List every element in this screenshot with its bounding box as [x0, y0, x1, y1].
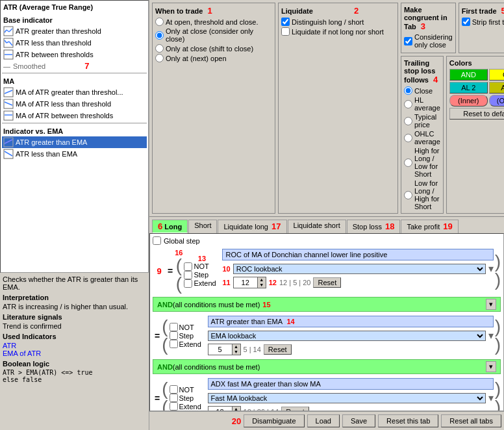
radio-next-open[interactable]: Only at (next) open [155, 54, 272, 62]
step-checkbox-2-input[interactable] [170, 331, 178, 340]
indicator-link-atr[interactable]: ATR [3, 342, 146, 349]
not-checkbox-2-input[interactable] [170, 323, 178, 331]
radio-only-close-shift-input[interactable] [155, 44, 164, 53]
value-spinner-2[interactable]: ▲ ▼ [208, 344, 241, 355]
main-content[interactable]: Global step 9 = 16 ( ( [149, 233, 504, 411]
annotation-20: 20 [232, 416, 241, 426]
not-checkbox[interactable]: NOT [184, 262, 220, 271]
tab-stop-loss[interactable]: Stop loss 18 [347, 220, 401, 233]
smoothed-item[interactable]: — Smoothed 7 [2, 60, 147, 71]
tab-liquidate-short[interactable]: Liquidate short [288, 220, 346, 233]
tab-take-profit-label: Take profit [407, 223, 440, 231]
extend-checkbox-3-input[interactable] [170, 402, 178, 411]
al2-color-btn[interactable]: AL 2 [449, 82, 488, 94]
list-item[interactable]: MA of ATR less than threshold [2, 98, 147, 110]
step-checkbox[interactable]: Step [184, 271, 220, 279]
info-panel: Checks whether the ATR is greater than i… [0, 273, 149, 430]
and-color-btn[interactable]: AND [449, 69, 488, 81]
extend-checkbox-2-input[interactable] [170, 340, 178, 348]
radio-open-threshold[interactable]: At open, threshold and close. [155, 18, 272, 26]
value-row-3: ▲ ▼ 12 | 26 | 14 Reset [208, 406, 494, 411]
extend-checkbox-3[interactable]: Extend [170, 402, 205, 411]
al3-color-btn[interactable]: AL 3 [489, 82, 504, 94]
radio-only-close-shift[interactable]: Only at close (shift to close) [155, 44, 272, 53]
global-step-checkbox[interactable] [153, 236, 161, 245]
step-checkbox-3-input[interactable] [170, 394, 178, 402]
extend-checkbox-2[interactable]: Extend [170, 340, 205, 348]
step-checkbox-2[interactable]: Step [170, 331, 205, 340]
step-checkbox-input[interactable] [184, 271, 192, 279]
reset-btn-2[interactable]: Reset [264, 344, 292, 355]
load-btn[interactable]: Load [307, 414, 340, 427]
reset-default-btn[interactable]: Reset to default [449, 108, 504, 120]
spin-down-2[interactable]: ▼ [232, 349, 240, 355]
trailing-low-long[interactable]: Low for Long / High for Short [404, 179, 440, 210]
list-item[interactable]: ATR greater than threshold [2, 25, 147, 37]
inner-color-btn[interactable]: (Inner) [449, 95, 488, 107]
strip-first-trade-checkbox[interactable]: Strip first trade [462, 18, 504, 26]
value-input-3[interactable] [208, 408, 232, 411]
and-dropdown-btn-2[interactable]: ▾ [486, 361, 496, 372]
and-bar-dropdown[interactable]: ▾ [486, 299, 496, 310]
list-item-selected[interactable]: ATR greater than EMA [2, 136, 147, 148]
radio-open-threshold-input[interactable] [155, 18, 164, 26]
list-item[interactable]: MA of ATR greater than threshol... [2, 86, 147, 98]
lookback-select-1[interactable]: ROC lookback [233, 264, 486, 274]
trailing-hl[interactable]: HL average [404, 96, 440, 112]
and-bar-2-dropdown[interactable]: ▾ [486, 361, 496, 372]
indicator-link-ema[interactable]: EMA of ATR [3, 349, 146, 357]
list-item[interactable]: MA of ATR between thresholds [2, 110, 147, 121]
save-btn[interactable]: Save [342, 414, 375, 427]
not-checkbox-input[interactable] [184, 262, 192, 271]
lookback-select-2[interactable]: EMA lookback [208, 331, 486, 341]
distinguish-checkbox-input[interactable] [281, 18, 290, 26]
trailing-ohlc[interactable]: OHLC average [404, 130, 440, 145]
spin-up-1[interactable]: ▲ [257, 277, 266, 283]
tab-short[interactable]: Short [188, 220, 217, 233]
extend-checkbox-input[interactable] [184, 279, 192, 288]
spin-up-3[interactable]: ▲ [232, 407, 240, 411]
or-color-btn[interactable]: OR [489, 69, 504, 81]
value-spinner-1[interactable]: ▲ ▼ [233, 277, 266, 288]
spin-up-2[interactable]: ▲ [232, 344, 240, 349]
radio-only-close-consider[interactable]: Only at close (consider only close) [155, 27, 272, 43]
reset-all-tabs-btn[interactable]: Reset all tabs [441, 414, 501, 427]
step-checkbox-3[interactable]: Step [170, 394, 205, 402]
considering-only-close-checkbox[interactable]: Considering only close [404, 33, 453, 49]
tab-liquidate-long[interactable]: Liquidate long 17 [218, 220, 286, 233]
interpretation-text: ATR is increasing / is higher than usual… [3, 303, 146, 310]
not-checkbox-3[interactable]: NOT [170, 385, 205, 394]
trailing-close[interactable]: Close [404, 86, 440, 95]
outer-color-btn[interactable]: (Outer) [489, 95, 504, 107]
tab-long[interactable]: 6 Long [152, 220, 188, 233]
value-input-1[interactable] [234, 279, 257, 286]
disambiguate-btn[interactable]: Disambiguate [244, 414, 304, 427]
not-checkbox-2[interactable]: NOT [170, 323, 205, 331]
and-dropdown-btn[interactable]: ▾ [486, 299, 496, 310]
list-item[interactable]: ATR less than EMA [2, 148, 147, 160]
indicator-list[interactable]: ATR (Average True Range) Base indicator … [0, 0, 149, 273]
trailing-high-long[interactable]: High for Long / Low for Short [404, 147, 440, 178]
value-spinner-3[interactable]: ▲ ▼ [208, 406, 241, 411]
trailing-typical[interactable]: Typical price [404, 113, 440, 129]
liquidate-not-checkbox-input[interactable] [281, 27, 290, 36]
extend-checkbox[interactable]: Extend [184, 279, 220, 288]
reset-this-tab-btn[interactable]: Reset this tab [378, 414, 438, 427]
reset-btn-1[interactable]: Reset [313, 277, 341, 288]
list-item[interactable]: ATR less than threshold [2, 37, 147, 49]
list-item[interactable]: ATR between thresholds [2, 49, 147, 60]
considering-only-close-input[interactable] [404, 37, 412, 45]
distinguish-checkbox[interactable]: Distinguish long / short [281, 18, 395, 26]
spin-arrows-3: ▲ ▼ [232, 407, 240, 411]
radio-only-close-consider-input[interactable] [155, 31, 164, 40]
radio-next-open-input[interactable] [155, 54, 164, 62]
reset-btn-3[interactable]: Reset [281, 407, 309, 411]
spin-down-1[interactable]: ▼ [257, 283, 266, 288]
strip-first-trade-input[interactable] [462, 18, 470, 26]
liquidate-not-checkbox[interactable]: Liquidate if not long nor short [281, 27, 395, 36]
not-checkbox-3-input[interactable] [170, 385, 178, 394]
lookback-select-3[interactable]: Fast MA lookback [208, 393, 486, 403]
tab-take-profit[interactable]: Take profit 19 [401, 220, 458, 233]
liquidate-title: Liquidate 2 [281, 6, 395, 16]
value-input-2[interactable] [208, 346, 232, 353]
